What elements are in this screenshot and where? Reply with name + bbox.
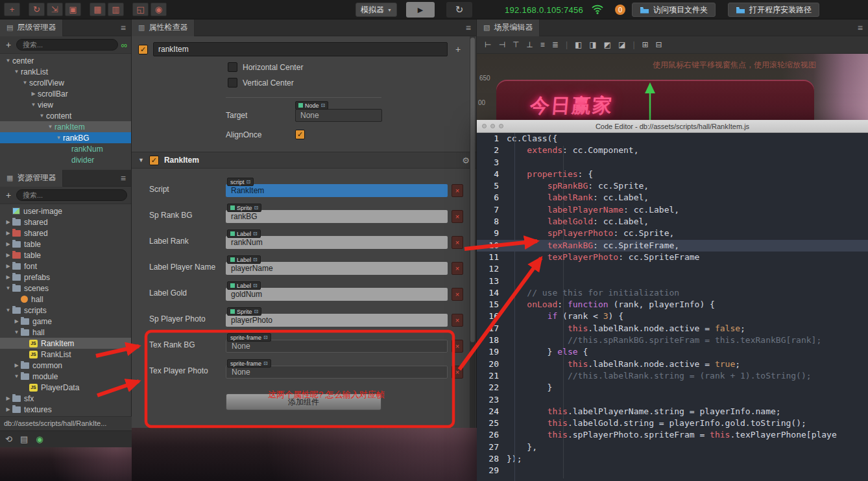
remove-reference-button[interactable]: × (452, 366, 463, 379)
code-line-25[interactable]: 25 this.labelGold.string = playerInfo.go… (477, 417, 868, 429)
code-line-3[interactable]: 3 (477, 157, 868, 169)
code-line-26[interactable]: 26 this.spPlayerPhoto.spriteFram = this.… (477, 429, 868, 441)
inspector-scrollbar[interactable] (470, 36, 476, 428)
align-center-v-icon[interactable]: ≣ (552, 40, 559, 49)
code-line-12[interactable]: 12 (477, 263, 868, 275)
sync-assets-icon[interactable]: ⟲ (5, 434, 12, 444)
hierarchy-item-center[interactable]: ▼center (0, 55, 131, 66)
chevron-right-icon[interactable]: ▶ (4, 241, 12, 247)
code-line-11[interactable]: 11 texPlayerPhoto: cc.SpriteFrame (477, 252, 868, 263)
code-line-23[interactable]: 23 (477, 394, 868, 406)
open-install-path-button[interactable]: 打开程序安装路径 (728, 3, 819, 17)
list-view-icon[interactable]: ▤ (20, 434, 28, 444)
code-line-15[interactable]: 15 onLoad: function (rank, playerInfo) { (477, 299, 868, 311)
chevron-right-icon[interactable]: ▶ (4, 230, 12, 236)
target-value-field[interactable]: None (295, 109, 382, 122)
assets-search-input[interactable] (16, 189, 127, 201)
code-line-8[interactable]: 8 labelGold: cc.Label, (477, 216, 868, 228)
hierarchy-item-rankitem[interactable]: ▼rankItem (0, 121, 131, 132)
chevron-down-icon[interactable]: ▼ (54, 135, 63, 141)
code-line-14[interactable]: 14 // use this for initialization (477, 287, 868, 299)
scale-tool-icon[interactable]: ⇲ (47, 3, 63, 16)
code-line-2[interactable]: 2 extends: cc.Component, (477, 145, 868, 156)
horizontal-center-checkbox[interactable] (228, 62, 237, 72)
tab-assets[interactable]: ▦ 资源管理器 (0, 170, 63, 187)
chevron-down-icon[interactable]: ▼ (21, 80, 29, 86)
code-line-27[interactable]: 27 }, (477, 441, 868, 453)
play-button[interactable]: ▶ (406, 2, 435, 18)
remove-reference-button[interactable]: × (452, 210, 463, 223)
remove-reference-button[interactable]: × (452, 262, 463, 275)
hierarchy-item-ranklist[interactable]: ▼rankList (0, 66, 131, 77)
add-node-icon[interactable]: + (4, 40, 13, 50)
hierarchy-search-input[interactable] (16, 39, 118, 51)
prop-value-label-player-name[interactable]: playerName (226, 262, 448, 275)
tab-scene-editor[interactable]: ▧ 场景编辑器 (477, 19, 540, 36)
chevron-down-icon[interactable]: ▼ (4, 307, 12, 313)
chevron-down-icon[interactable]: ▼ (138, 157, 144, 163)
chevron-down-icon[interactable]: ▼ (4, 285, 12, 291)
notification-badge[interactable]: 0 (615, 5, 625, 15)
align-left-icon[interactable]: ⊢ (485, 40, 491, 49)
code-line-22[interactable]: 22 } (477, 382, 868, 393)
tab-hierarchy[interactable]: ▤ 层级管理器 (0, 19, 63, 36)
canvas-tool-icon[interactable]: ◱ (132, 3, 149, 16)
chevron-right-icon[interactable]: ▶ (4, 252, 12, 258)
asset-item-hall[interactable]: hall (0, 294, 131, 305)
node-name-input[interactable] (153, 42, 448, 56)
code-line-13[interactable]: 13 (477, 276, 868, 287)
align-top-icon[interactable]: ⊤ (512, 40, 519, 49)
distribute-left-icon[interactable]: ◧ (575, 40, 582, 49)
asset-item-scripts[interactable]: ▼scripts (0, 305, 131, 316)
simulator-dropdown[interactable]: 模拟器 ▼ (356, 3, 397, 17)
chevron-right-icon[interactable]: ▶ (4, 406, 12, 412)
code-line-19[interactable]: 19 } else { (477, 346, 868, 358)
prop-value-tex-player-photo[interactable]: None (226, 366, 448, 379)
code-line-7[interactable]: 7 labelPlayerName: cc.Label, (477, 204, 868, 216)
asset-item-prefabs[interactable]: ▶prefabs (0, 272, 131, 283)
chevron-right-icon[interactable]: ▶ (4, 263, 12, 269)
code-editor-body[interactable]: 1cc.Class({2 extends: cc.Component,34 pr… (477, 133, 868, 481)
distribute-top-icon[interactable]: ◩ (604, 40, 611, 49)
code-line-10[interactable]: 10 texRankBG: cc.SpriteFrame, (477, 240, 868, 252)
align-center-h-icon[interactable]: ≡ (540, 40, 545, 49)
panel-menu-icon[interactable]: ≡ (858, 23, 868, 33)
prop-value-sp-rank-bg[interactable]: rankBG (226, 210, 448, 223)
code-line-17[interactable]: 17 this.labelRank.node.active = false; (477, 323, 868, 334)
asset-item-shared[interactable]: ▶shared (0, 228, 131, 239)
asset-item-shared[interactable]: ▶shared (0, 217, 131, 228)
chevron-down-icon[interactable]: ▼ (12, 373, 21, 379)
chevron-down-icon[interactable]: ▼ (4, 58, 12, 64)
asset-item-rankitem[interactable]: JSRankItem (0, 338, 131, 349)
asset-item-table[interactable]: ▶table (0, 250, 131, 261)
asset-item-module[interactable]: ▼module (0, 371, 131, 382)
code-line-18[interactable]: 18 //this.spRankBG.spriteFram = this.tex… (477, 334, 868, 346)
open-project-folder-button[interactable]: 访问项目文件夹 (632, 3, 716, 17)
panel-menu-icon[interactable]: ≡ (121, 23, 131, 33)
remove-reference-button[interactable]: × (452, 236, 463, 249)
remove-reference-button[interactable]: × (452, 340, 463, 353)
code-line-28[interactable]: 28}); (477, 453, 868, 465)
close-window-icon[interactable] (482, 124, 487, 128)
asset-item-sfx[interactable]: ▶sfx (0, 393, 131, 404)
chevron-down-icon[interactable]: ▼ (38, 113, 46, 119)
add-component-button[interactable]: 添加组件 (226, 393, 381, 410)
move-tool-icon[interactable]: + (4, 3, 20, 16)
add-icon[interactable]: + (453, 44, 463, 54)
asset-item-game[interactable]: ▶game (0, 316, 131, 327)
mask-tool-icon[interactable]: ▥ (108, 3, 124, 16)
component-header[interactable]: ▼ RankItem ⚙ (132, 152, 476, 169)
chevron-down-icon[interactable]: ▼ (12, 69, 21, 75)
eye-icon[interactable]: ◉ (36, 434, 43, 444)
code-line-20[interactable]: 20 this.labelRank.node.active = true; (477, 358, 868, 370)
panel-menu-icon[interactable]: ≡ (466, 23, 476, 33)
gear-icon[interactable]: ⚙ (462, 156, 470, 165)
remove-reference-button[interactable]: × (452, 288, 463, 301)
prop-value-sp-player-photo[interactable]: playerPhoto (226, 314, 448, 327)
code-line-21[interactable]: 21 //this.labelRank.string = (rank + 1).… (477, 370, 868, 382)
rect-tool-icon[interactable]: ▣ (65, 3, 81, 16)
prop-value-script[interactable]: RankItem (226, 184, 448, 197)
show-grid-icon[interactable]: ⊟ (656, 40, 662, 49)
align-bottom-icon[interactable]: ⊥ (526, 40, 533, 49)
chevron-right-icon[interactable]: ▶ (4, 274, 12, 280)
